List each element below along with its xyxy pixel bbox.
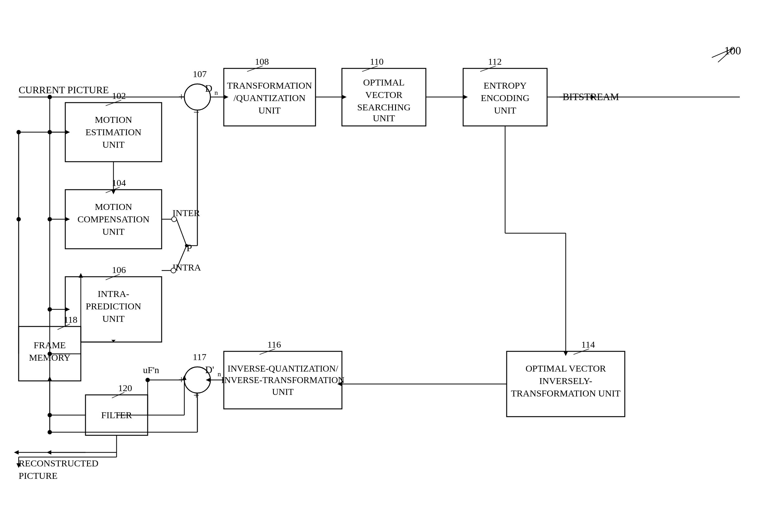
motion-compensation-label-2: COMPENSATION [77,214,150,224]
intra-prediction-label-1: INTRA- [98,289,129,299]
inv-quant-label-1: INVERSE-QUANTIZATION/ [227,363,339,373]
transform-quant-label-1: TRANSFORMATION [227,80,312,90]
opt-inv-transform-label-2: INVERSELY- [539,376,592,386]
plus-top-left: + [178,91,184,102]
minus-top-bottom: − [193,106,199,118]
intra-label: INTRA [172,262,201,272]
transform-quant-label-3: UNIT [258,105,281,115]
transform-quant-label-2: /QUANTIZATION [233,93,306,103]
svg-point-102 [17,130,21,134]
inv-quant-label-3: UNIT [272,387,294,397]
ufn-label: uF'n [143,365,159,375]
ref-108-label: 108 [255,56,269,67]
block-diagram-svg: 100 102 104 106 107 108 110 112 114 [0,0,760,532]
diagram-container: 100 102 104 106 107 108 110 112 114 [0,0,760,532]
ref-118-label: 118 [64,314,77,325]
ref-116-label: 116 [267,339,281,350]
intra-prediction-label-2: PREDICTION [86,301,141,311]
dn-label: D [205,83,212,94]
ref-117-label: 117 [193,352,207,362]
svg-point-79 [48,307,52,312]
svg-point-97 [48,352,52,356]
dn-subscript: n [214,89,218,96]
intra-prediction-label-3: UNIT [102,314,125,324]
ref-106-label: 106 [112,265,126,275]
svg-point-45 [171,217,176,222]
opt-inv-transform-label-1: OPTIMAL VECTOR [526,363,606,373]
svg-point-80 [48,217,52,221]
svg-point-101 [17,217,21,221]
motion-estimation-label-1: MOTION [95,115,132,125]
ref-110-label: 110 [370,56,384,67]
ref-114-label: 114 [581,339,595,350]
opt-vector-search-label-3: SEARCHING [357,102,410,112]
reconstructed-picture-label-2: PICTURE [19,470,58,481]
inv-quant-label-2: INVERSE-TRANSFORMATION [221,375,344,385]
ref-100-label: 100 [724,44,741,57]
opt-vector-search-label-1: OPTIMAL [363,77,404,87]
ref-107-label: 107 [193,69,207,79]
current-picture-label: CURRENT PICTURE [19,84,109,95]
motion-compensation-label-3: UNIT [102,226,125,237]
dprime-subscript: n [217,370,221,378]
opt-vector-search-label-4: UNIT [373,113,395,123]
svg-point-47 [171,268,176,273]
reconstructed-picture-label: RECONSTRUCTED [19,458,99,468]
motion-compensation-label-1: MOTION [95,202,132,212]
entropy-encoding-label-1: ENTROPY [484,80,527,90]
entropy-encoding-label-3: UNIT [494,105,516,115]
ref-120-label: 120 [118,383,132,393]
opt-vector-search-label-2: VECTOR [365,89,402,100]
ref-102-label: 102 [112,90,126,101]
motion-estimation-label-2: ESTIMATION [85,127,141,137]
ref-112-label: 112 [488,56,502,67]
p-label: P [186,242,192,253]
ref-104-label: 104 [112,177,126,188]
motion-estimation-label-3: UNIT [102,139,125,150]
dprime-label: D' [205,364,214,375]
svg-point-78 [48,95,52,99]
opt-inv-transform-label-3: TRANSFORMATION UNIT [511,388,621,398]
entropy-encoding-label-2: ENCODING [481,93,530,103]
plus-bot-bottom: + [193,389,199,401]
inter-label: INTER [172,208,200,218]
